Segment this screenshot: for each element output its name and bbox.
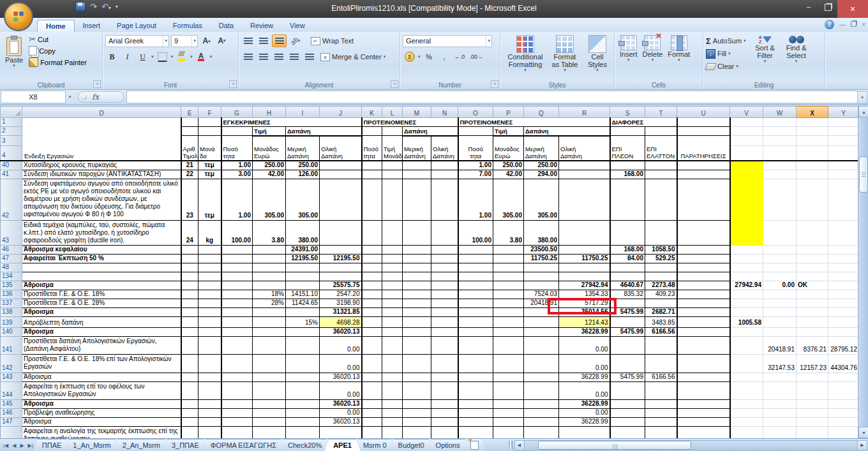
cell-T136[interactable]: 409.23: [645, 290, 677, 299]
cell-Y142[interactable]: 44304.76: [828, 354, 859, 373]
merge-center-button[interactable]: a Merge & Center▾: [318, 52, 387, 62]
cell-L148[interactable]: [382, 426, 403, 438]
cell-G41[interactable]: 3.00: [221, 170, 253, 179]
font-dialog-launcher[interactable]: ↘: [229, 80, 237, 88]
number-format-combo[interactable]: General▾: [403, 35, 492, 47]
cell-Q135[interactable]: [524, 281, 559, 290]
cell-X139[interactable]: [797, 316, 828, 327]
font-family-combo[interactable]: Arial Greek▾: [105, 35, 169, 47]
cell-U147[interactable]: [677, 417, 730, 426]
cell-L2[interactable]: [382, 127, 403, 136]
cell-H144[interactable]: [253, 381, 286, 399]
cell-N147[interactable]: [431, 417, 458, 426]
cell-S142[interactable]: [610, 354, 645, 373]
font-color-dropdown-icon[interactable]: ▾: [210, 55, 213, 59]
cell-N148[interactable]: [431, 426, 458, 438]
cell-O134[interactable]: [458, 272, 493, 281]
cell-Y48[interactable]: [828, 263, 859, 272]
cell-K145[interactable]: [362, 399, 382, 408]
cell-P138[interactable]: [493, 307, 524, 316]
cell-J139[interactable]: 4698.28: [320, 316, 362, 327]
name-box-dropdown-icon[interactable]: ▾: [66, 91, 74, 103]
column-header-R[interactable]: R: [559, 107, 610, 118]
cell-W140[interactable]: [763, 327, 797, 336]
cell-X137[interactable]: [797, 299, 828, 307]
column-header-O[interactable]: O: [458, 107, 493, 118]
column-header-N[interactable]: N: [431, 107, 458, 118]
format-as-table-button[interactable]: Format as Table▾: [548, 34, 582, 73]
cell-V43[interactable]: [730, 220, 763, 245]
cell-W139[interactable]: [763, 316, 797, 327]
cell-R48[interactable]: [559, 263, 610, 272]
cell-F141[interactable]: [198, 336, 221, 354]
cell-L46[interactable]: [382, 245, 403, 254]
cell-M146[interactable]: [403, 408, 431, 417]
bold-button[interactable]: B: [105, 51, 119, 63]
cell-V1[interactable]: [730, 118, 763, 127]
help-icon[interactable]: ?: [825, 20, 834, 29]
cell-X3[interactable]: [797, 136, 828, 146]
close-button[interactable]: ×: [837, 0, 868, 18]
cell-G141[interactable]: [221, 336, 253, 354]
borders-dropdown-icon[interactable]: ▾: [171, 55, 174, 59]
cell-R144[interactable]: 0.00: [559, 381, 610, 399]
cell-O148[interactable]: [458, 426, 493, 438]
cell-G137[interactable]: [221, 299, 253, 307]
cell-J3[interactable]: Ολική Δαπάνη: [320, 136, 362, 161]
cell-S141[interactable]: [610, 336, 645, 354]
cell-D40[interactable]: Χυτοσίδηρος κρουνός πυρκαγιάς: [22, 161, 181, 170]
cell-F41[interactable]: τεμ: [198, 170, 221, 179]
cell-R41[interactable]: [559, 170, 610, 179]
cell-U42[interactable]: [677, 179, 730, 220]
workbook-restore-icon[interactable]: [851, 21, 857, 28]
cell-U47[interactable]: [677, 254, 730, 263]
cell-K140[interactable]: [362, 327, 382, 336]
fill-color-button[interactable]: [175, 51, 188, 63]
cell-H137[interactable]: 28%: [253, 299, 286, 307]
cell-I146[interactable]: [286, 408, 320, 417]
cell-J42[interactable]: [320, 179, 362, 220]
cell-N137[interactable]: [431, 299, 458, 307]
cell-J146[interactable]: 0.00: [320, 408, 362, 417]
cell-P145[interactable]: [493, 399, 524, 408]
cell-N46[interactable]: [431, 245, 458, 254]
cell-M46[interactable]: [403, 245, 431, 254]
cell-M2[interactable]: Δαπάνη: [403, 127, 458, 136]
cell-V135[interactable]: 27942.94: [730, 281, 763, 290]
cell-F136[interactable]: [198, 290, 221, 299]
sort-filter-button[interactable]: AZ Sort & Filter▾: [750, 34, 781, 80]
cell-M137[interactable]: [403, 299, 431, 307]
column-header-G[interactable]: G: [221, 107, 253, 118]
cell-F138[interactable]: [198, 307, 221, 316]
cell-E42[interactable]: 23: [181, 179, 198, 220]
cell-O135[interactable]: [458, 281, 493, 290]
column-header-W[interactable]: W: [763, 107, 797, 118]
cell-D137[interactable]: Προστίθεται Γ.Ε. & Ο.Ε. 28%: [22, 299, 181, 307]
cell-V138[interactable]: [730, 307, 763, 316]
cell-W143[interactable]: [763, 373, 797, 381]
cell-D134[interactable]: [22, 272, 181, 281]
cell-V41[interactable]: [730, 170, 763, 179]
cell-O48[interactable]: [458, 263, 493, 272]
cell-Q141[interactable]: [524, 336, 559, 354]
cell-L142[interactable]: [382, 354, 403, 373]
cell-N139[interactable]: [431, 316, 458, 327]
cell-Q136[interactable]: 7524.03: [524, 290, 559, 299]
sheet-tab-3_ΠΠΑΕ[interactable]: 3_ΠΠΑΕ: [163, 439, 208, 451]
cell-U3[interactable]: ΠΑΡΑΤΗΡΗΣΕΙΣ: [677, 136, 730, 161]
cell-S145[interactable]: [610, 399, 645, 408]
cell-U136[interactable]: [677, 290, 730, 299]
cell-V2[interactable]: [730, 127, 763, 136]
cell-P144[interactable]: [493, 381, 524, 399]
align-top-button[interactable]: [241, 35, 255, 47]
cell-I140[interactable]: [286, 327, 320, 336]
cell-R142[interactable]: 0.00: [559, 354, 610, 373]
cell-G140[interactable]: [221, 327, 253, 336]
cell-N43[interactable]: [431, 220, 458, 245]
cell-I139[interactable]: 15%: [286, 316, 320, 327]
cell-K47[interactable]: [362, 254, 382, 263]
cell-F40[interactable]: τεμ: [198, 161, 221, 170]
cell-S143[interactable]: 5475.99: [610, 373, 645, 381]
cell-O47[interactable]: [458, 254, 493, 263]
cell-L143[interactable]: [382, 373, 403, 381]
